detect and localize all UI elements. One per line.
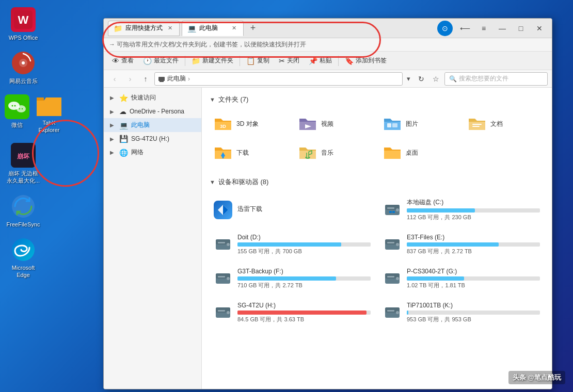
sidebar-item-sg4t2u[interactable]: ▶ 💾 SG-4T2U (H:) [104, 132, 201, 145]
bookmark-bar: → 可拖动常用文件/文档/文件夹到此，创建书签，以便能快速找到并打开 [104, 38, 552, 52]
drive-g[interactable]: P-CS3040-2T (G:) 1.02 TB 可用，1.81 TB [379, 264, 544, 293]
folder-docs[interactable]: 文档 [464, 111, 544, 136]
breadcrumb-text: 此电脑 [167, 74, 186, 83]
tab-apps-close[interactable]: ✕ [166, 24, 174, 32]
profile-button[interactable]: ⊙ [437, 21, 453, 36]
svg-text:3D: 3D [220, 124, 226, 129]
wechat-label: 微信 [11, 121, 23, 128]
nuita-label: 崩坏 无边框永久最大化... [7, 170, 40, 185]
sidebar-item-onedrive[interactable]: ▶ ☁ OneDrive - Persona [104, 105, 201, 118]
sg4t2u-icon: 💾 [119, 135, 128, 143]
svg-rect-25 [472, 126, 480, 127]
maximize-btn[interactable]: □ [513, 21, 529, 36]
network-expand-arrow: ▶ [110, 150, 116, 155]
folder-docs-icon [468, 115, 486, 133]
folder-pictures[interactable]: 图片 [379, 111, 459, 136]
drive-f-name: G3T-Backup (F:) [237, 268, 371, 275]
svg-point-40 [396, 243, 399, 246]
paste-btn[interactable]: 📌 粘贴 [305, 54, 336, 67]
up-nav-btn[interactable]: ↑ [139, 72, 152, 86]
desktop-icon-edge[interactable]: MicrosoftEdge [3, 235, 44, 281]
forward-nav-btn[interactable]: › [123, 72, 137, 86]
drive-d-size: 155 GB 可用，共 700 GB [237, 248, 371, 255]
copy-btn[interactable]: 📋 复制 [242, 54, 274, 67]
svg-marker-13 [37, 97, 44, 101]
folder-desktop[interactable]: 桌面 [379, 140, 459, 165]
paste-icon: 📌 [309, 57, 317, 65]
desktop-icon-tabx[interactable]: TabXExplorer [34, 92, 65, 136]
svg-point-56 [396, 311, 399, 314]
search-icon: 🔍 [449, 75, 457, 83]
quick-label: 快速访问 [131, 93, 156, 102]
drive-e[interactable]: E3T-Files (E:) 837 GB 可用，共 2.72 TB [379, 230, 544, 259]
thispc-label: 此电脑 [131, 121, 150, 129]
new-tab-button[interactable]: + [246, 21, 260, 36]
drive-g-name: P-CS3040-2T (G:) [407, 268, 540, 275]
wechat-icon [5, 94, 29, 119]
drive-k[interactable]: TiP71001TB (K:) 953 GB 可用，共 953 GB [379, 298, 544, 328]
express-name: 迅雷下载 [237, 205, 371, 214]
add-bookmark-btn[interactable]: 🔖 添加到书签 [341, 54, 391, 67]
desktop-icon-nuita[interactable]: 崩坏 崩坏 无边框永久最大化... [3, 141, 44, 187]
folder-downloads[interactable]: 下载 [210, 140, 290, 165]
folder-3d-icon: 3D [214, 115, 232, 133]
folder-video[interactable]: 视频 [294, 111, 375, 136]
drive-f-icon [214, 269, 232, 288]
folder-music[interactable]: 音乐 [294, 140, 375, 165]
drive-c-name: 本地磁盘 (C:) [407, 198, 540, 207]
back-nav-btn[interactable]: ‹ [108, 72, 121, 86]
desktop-icons-list: W WPS Office 网易云音乐 [0, 0, 52, 286]
breadcrumb-dropdown[interactable]: ▾ [405, 75, 412, 83]
copy-label: 复制 [257, 56, 269, 65]
sidebar-item-thispc[interactable]: ▶ 💻 此电脑 [104, 118, 201, 132]
close-file-label: 关闭 [287, 56, 299, 65]
back-window-btn[interactable]: ⟵ [457, 21, 473, 36]
tabx-label: TabXExplorer [39, 119, 60, 134]
sg4t2u-expand-arrow: ▶ [110, 136, 116, 142]
drive-c[interactable]: 本地磁盘 (C:) 112 GB 可用，共 230 GB [379, 194, 544, 225]
favorite-btn[interactable]: ☆ [429, 72, 442, 86]
desktop-icon-wechat[interactable]: 微信 [3, 92, 31, 136]
recent-label: 最近文件 [154, 56, 179, 65]
onedrive-label: OneDrive - Persona [130, 108, 184, 115]
drive-d[interactable]: Doit (D:) 155 GB 可用，共 700 GB [210, 230, 375, 259]
folder-3d[interactable]: 3D 3D 对象 [210, 111, 290, 136]
sidebar-item-network[interactable]: ▶ 🌐 网络 [104, 145, 201, 159]
svg-text:崩坏: 崩坏 [17, 153, 30, 160]
watermark-text: 头条 @笔点酷玩 [513, 373, 561, 381]
close-file-btn[interactable]: ✂ 关闭 [275, 54, 304, 67]
drive-d-icon [214, 235, 232, 254]
drive-h[interactable]: SG-4T2U (H:) 84.5 GB 可用，共 3.63 TB [210, 298, 375, 328]
view-btn[interactable]: 👁 查看 [108, 54, 138, 67]
tab-pc-close[interactable]: ✕ [230, 24, 238, 32]
network-icon: 🌐 [119, 149, 128, 157]
tab-pc[interactable]: 💻 此电脑 ✕ [182, 21, 244, 36]
desktop-icon-music[interactable]: 网易云音乐 [3, 48, 44, 87]
new-folder-btn[interactable]: 📁 新建文件夹 [187, 54, 237, 67]
drive-e-size: 837 GB 可用，共 2.72 TB [407, 248, 540, 255]
svg-rect-41 [387, 242, 394, 243]
drives-grid: 迅雷下载 [210, 194, 544, 328]
search-box[interactable]: 🔍 搜索您想要的文件 [444, 72, 548, 86]
music-label: 网易云音乐 [9, 77, 38, 85]
desktop: W WPS Office 网易云音乐 [0, 0, 573, 392]
drive-express[interactable]: 迅雷下载 [210, 194, 375, 225]
drive-f-size: 710 GB 可用，共 2.72 TB [237, 282, 371, 289]
sidebar-item-quick[interactable]: ▶ ⭐ 快速访问 [104, 91, 201, 105]
sync-icon [11, 194, 36, 219]
close-btn[interactable]: ✕ [531, 21, 548, 36]
menu-btn[interactable]: ≡ [475, 21, 492, 36]
desktop-icon-sync[interactable]: FreeFileSync [3, 192, 44, 230]
drive-f[interactable]: G3T-Backup (F:) 710 GB 可用，共 2.72 TB [210, 264, 375, 293]
minimize-btn[interactable]: — [494, 21, 511, 36]
folder-docs-label: 文档 [490, 120, 503, 128]
refresh-btn[interactable]: ↻ [415, 72, 428, 86]
recent-btn[interactable]: 🕐 最近文件 [139, 54, 183, 67]
thispc-expand-arrow: ▶ [110, 122, 116, 128]
tab-apps[interactable]: 📁 应用快捷方式 ✕ [108, 21, 180, 36]
folders-section-header: ▼ 文件夹 (7) [210, 93, 544, 106]
svg-point-9 [17, 105, 26, 112]
svg-rect-57 [387, 310, 394, 312]
onedrive-expand-arrow: ▶ [110, 109, 116, 115]
desktop-icon-wps[interactable]: W WPS Office [3, 5, 44, 43]
